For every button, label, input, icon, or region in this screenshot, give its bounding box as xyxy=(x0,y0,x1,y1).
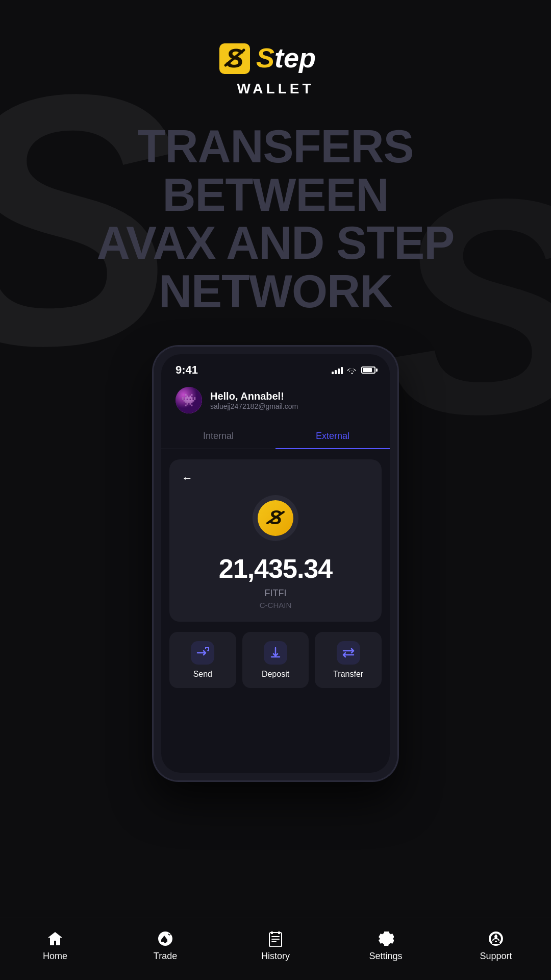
phone-mockup: 9:41 xyxy=(153,346,398,781)
coin-inner-circle: S xyxy=(258,500,293,536)
wifi-icon xyxy=(347,366,357,374)
history-icon xyxy=(267,930,284,947)
transfer-button[interactable]: Transfer xyxy=(315,632,382,688)
send-button[interactable]: Send xyxy=(169,632,236,688)
status-bar: 9:41 xyxy=(161,354,390,381)
home-icon xyxy=(47,930,63,947)
balance-amount: 21,435.34 xyxy=(182,553,369,584)
tab-internal[interactable]: Internal xyxy=(161,424,276,449)
hero-text: TRANSFERS BETWEEN AVAX AND STEP NETWORK xyxy=(20,122,531,315)
coin-icon-wrapper: S xyxy=(182,495,369,541)
svg-text:Step: Step xyxy=(256,42,316,73)
svg-rect-13 xyxy=(271,932,273,934)
deposit-label: Deposit xyxy=(262,670,289,679)
logo-section: S Step WALLET xyxy=(219,0,332,97)
deposit-icon xyxy=(264,641,287,665)
avatar: 👾 xyxy=(176,387,202,413)
status-time: 9:41 xyxy=(176,363,198,377)
phone-screen: 9:41 xyxy=(161,354,390,773)
transfer-label: Transfer xyxy=(333,670,363,679)
hero-headline: TRANSFERS BETWEEN AVAX AND STEP NETWORK xyxy=(0,112,551,326)
nav-home[interactable]: Home xyxy=(0,930,110,962)
coin-svg: S xyxy=(263,506,288,530)
transfer-icon xyxy=(337,641,360,665)
hero-line1: TRANSFERS BETWEEN xyxy=(137,121,413,220)
deposit-button[interactable]: Deposit xyxy=(242,632,309,688)
nav-home-label: Home xyxy=(43,951,67,962)
bottom-nav: Home Trade History xyxy=(0,918,551,980)
settings-icon xyxy=(378,930,394,947)
main-content: S Step WALLET TRANSFERS BETWEEN AVAX AND… xyxy=(0,0,551,812)
balance-card: ← S 21,435.34 FITFI xyxy=(169,459,382,622)
user-email: saluejj2472182@gmail.com xyxy=(210,402,298,410)
tabs-row: Internal External xyxy=(161,424,390,449)
signal-icon xyxy=(332,366,343,374)
nav-history[interactable]: History xyxy=(220,930,331,962)
tab-external[interactable]: External xyxy=(276,424,390,449)
svg-rect-14 xyxy=(278,932,280,934)
logo-svg: S Step xyxy=(219,41,332,77)
svg-point-16 xyxy=(494,935,497,938)
trade-icon xyxy=(157,930,173,947)
support-icon xyxy=(488,930,504,947)
svg-text:👾: 👾 xyxy=(181,393,196,407)
nav-support-label: Support xyxy=(480,951,512,962)
status-icons xyxy=(332,366,375,374)
send-icon xyxy=(191,641,214,665)
battery-icon xyxy=(361,366,375,374)
hero-line2: AVAX AND STEP xyxy=(97,217,454,268)
nav-support[interactable]: Support xyxy=(441,930,551,962)
logo-icon: S Step xyxy=(219,41,332,77)
nav-settings[interactable]: Settings xyxy=(331,930,441,962)
nav-history-label: History xyxy=(261,951,290,962)
logo-wallet-text: WALLET xyxy=(237,81,314,97)
nav-trade[interactable]: Trade xyxy=(110,930,220,962)
balance-token: FITFI xyxy=(182,588,369,599)
coin-outer-circle: S xyxy=(253,495,298,541)
phone-wrapper: 9:41 xyxy=(0,346,551,781)
send-label: Send xyxy=(193,670,212,679)
back-button[interactable]: ← xyxy=(182,472,193,485)
user-greeting: Hello, Annabel! xyxy=(210,390,298,402)
user-header: 👾 Hello, Annabel! saluejj2472182@gmail.c… xyxy=(161,381,390,424)
balance-chain: C-CHAIN xyxy=(182,601,369,609)
hero-line3: NETWORK xyxy=(159,266,392,317)
nav-settings-label: Settings xyxy=(369,951,402,962)
nav-trade-label: Trade xyxy=(154,951,177,962)
action-buttons: Send Deposit xyxy=(169,632,382,688)
user-info: Hello, Annabel! saluejj2472182@gmail.com xyxy=(210,390,298,410)
